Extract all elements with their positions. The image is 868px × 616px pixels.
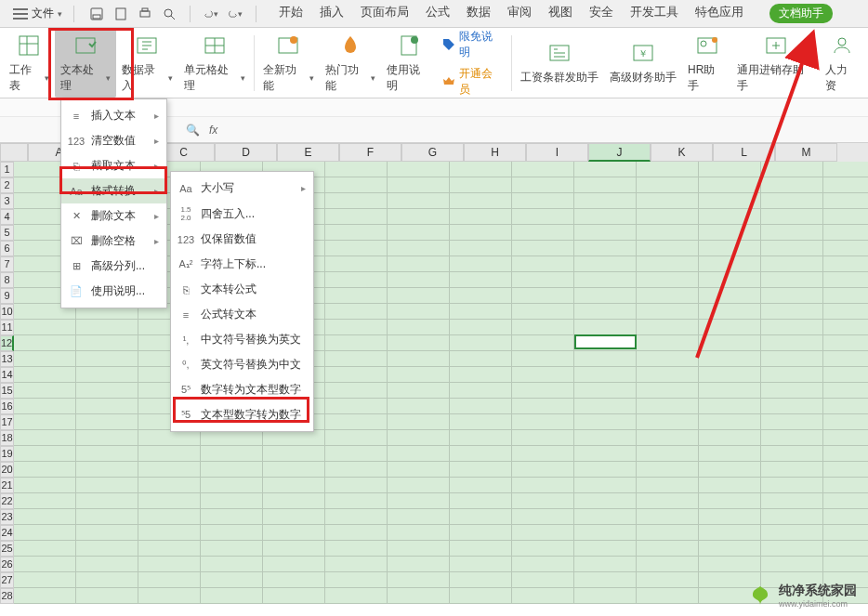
cell[interactable] (76, 541, 138, 557)
col-header-m[interactable]: M (775, 143, 837, 162)
cell[interactable] (637, 288, 699, 304)
cell[interactable] (512, 541, 574, 557)
cell[interactable] (201, 572, 263, 588)
cell[interactable] (823, 367, 868, 383)
row-header-22[interactable]: 22 (0, 493, 14, 509)
cell[interactable] (388, 399, 450, 414)
cell[interactable] (699, 209, 761, 225)
cell[interactable] (574, 162, 637, 177)
data-entry-button[interactable]: 数据录入▾ (116, 29, 178, 98)
submenu-case[interactable]: Aa大小写▸ (171, 176, 313, 201)
cell[interactable] (138, 557, 201, 572)
cell[interactable] (76, 493, 138, 509)
cell[interactable] (325, 462, 388, 478)
cell[interactable] (574, 367, 637, 383)
cell[interactable] (512, 430, 574, 446)
cell[interactable] (761, 241, 823, 256)
col-header-l[interactable]: L (713, 143, 775, 162)
preview-icon[interactable] (162, 7, 177, 21)
cell[interactable] (512, 414, 574, 430)
cell[interactable] (76, 525, 138, 541)
cell[interactable] (512, 572, 574, 588)
row-header-8[interactable]: 8 (0, 272, 14, 288)
cell[interactable] (574, 177, 637, 193)
col-header-j[interactable]: J (588, 143, 651, 162)
cell[interactable] (138, 541, 201, 557)
row-header-17[interactable]: 17 (0, 414, 14, 430)
cell[interactable] (14, 478, 76, 493)
row-header-15[interactable]: 15 (0, 383, 14, 399)
cell[interactable] (388, 367, 450, 383)
tab-insert[interactable]: 插入 (320, 4, 344, 23)
cell[interactable] (637, 162, 699, 177)
cell[interactable] (699, 414, 761, 430)
cell[interactable] (388, 304, 450, 320)
cell[interactable] (823, 383, 868, 399)
cell[interactable] (263, 446, 325, 462)
cell[interactable] (761, 162, 823, 177)
cell[interactable] (325, 241, 388, 256)
cell[interactable] (76, 572, 138, 588)
cell[interactable] (450, 367, 512, 383)
cell[interactable] (574, 509, 637, 525)
cell[interactable] (388, 430, 450, 446)
cell[interactable] (388, 225, 450, 241)
row-header-9[interactable]: 9 (0, 288, 14, 304)
cell[interactable] (76, 320, 138, 335)
cell[interactable] (761, 414, 823, 430)
cell[interactable] (14, 493, 76, 509)
cell[interactable] (574, 351, 637, 367)
row-header-27[interactable]: 27 (0, 572, 14, 588)
cell[interactable] (823, 177, 868, 193)
cell[interactable] (325, 509, 388, 525)
text-processing-button[interactable]: 文本处理▾ (55, 29, 117, 98)
cell[interactable] (450, 193, 512, 209)
cell[interactable] (450, 493, 512, 509)
cell[interactable] (512, 241, 574, 256)
cell[interactable] (450, 320, 512, 335)
finance-helper-button[interactable]: ￥ 高级财务助手 (604, 36, 682, 89)
cell[interactable] (574, 572, 637, 588)
cell[interactable] (574, 399, 637, 414)
cell[interactable] (574, 193, 637, 209)
col-header-g[interactable]: G (401, 143, 464, 162)
cell[interactable] (761, 525, 823, 541)
cell[interactable] (450, 225, 512, 241)
cell[interactable] (574, 241, 637, 256)
cell[interactable] (699, 177, 761, 193)
cell[interactable] (761, 256, 823, 272)
new-feature-button[interactable]: 全新功能▾ (257, 29, 320, 98)
doc-helper-button[interactable]: 文档助手 (769, 4, 833, 23)
cell[interactable] (14, 462, 76, 478)
cell[interactable] (823, 414, 868, 430)
cell[interactable] (823, 288, 868, 304)
cell[interactable] (388, 557, 450, 572)
fx-icon[interactable]: fx (209, 124, 217, 137)
row-header-1[interactable]: 1 (0, 162, 14, 177)
cell[interactable] (823, 335, 868, 351)
row-header-4[interactable]: 4 (0, 209, 14, 225)
submenu-sub-sup[interactable]: A₁²字符上下标... (171, 252, 313, 277)
cell[interactable] (823, 225, 868, 241)
cell[interactable] (512, 446, 574, 462)
row-header-26[interactable]: 26 (0, 557, 14, 572)
cell[interactable] (263, 478, 325, 493)
cell[interactable] (325, 193, 388, 209)
row-header-23[interactable]: 23 (0, 509, 14, 525)
row-header-10[interactable]: 10 (0, 304, 14, 320)
cell[interactable] (450, 335, 512, 351)
cell[interactable] (761, 509, 823, 525)
cell[interactable] (574, 462, 637, 478)
cell[interactable] (388, 541, 450, 557)
cell[interactable] (325, 162, 388, 177)
cell[interactable] (637, 256, 699, 272)
col-header-f[interactable]: F (339, 143, 401, 162)
inout-helper-button[interactable]: 通用进销存助手 (731, 29, 820, 98)
tab-layout[interactable]: 页面布局 (361, 4, 409, 23)
cell[interactable] (699, 304, 761, 320)
cell[interactable] (574, 414, 637, 430)
row-header-7[interactable]: 7 (0, 256, 14, 272)
row-header-3[interactable]: 3 (0, 193, 14, 209)
cell[interactable] (388, 462, 450, 478)
row-header-21[interactable]: 21 (0, 478, 14, 493)
